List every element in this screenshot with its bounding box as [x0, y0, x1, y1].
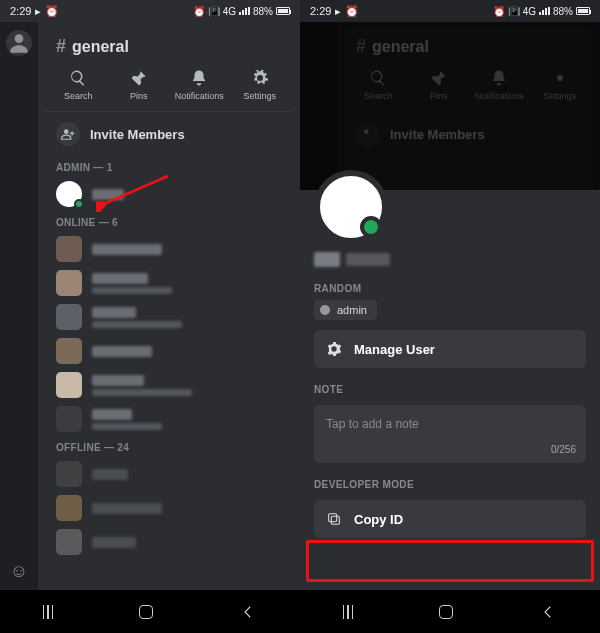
list-item[interactable] — [44, 491, 294, 525]
manage-user-button[interactable]: Manage User — [314, 330, 586, 368]
network-type: 4G — [523, 6, 536, 17]
note-input[interactable]: Tap to add a note 0/256 — [314, 405, 586, 463]
left-screenshot: 2:29 ▸ ⏰ ⏰ 📳 4G 88% ☺ # general — [0, 0, 300, 633]
list-item[interactable] — [44, 334, 294, 368]
online-section-label: ONLINE — 6 — [44, 211, 294, 232]
user-name — [314, 252, 600, 267]
notifications-action[interactable]: Notifications — [169, 69, 230, 101]
home-button[interactable] — [139, 605, 153, 619]
status-bar: 2:29 ▸ ⏰ ⏰ 📳 4G 88% — [0, 0, 300, 22]
copy-id-label: Copy ID — [354, 512, 403, 527]
alarm-icon: ⏰ — [193, 6, 205, 17]
bell-icon — [190, 69, 208, 87]
user-profile-sheet: RANDOM admin Manage User NOTE Tap to add… — [300, 190, 600, 590]
invite-icon — [56, 122, 80, 146]
list-item[interactable] — [44, 232, 294, 266]
manage-user-label: Manage User — [354, 342, 435, 357]
emoji-button[interactable]: ☺ — [10, 561, 28, 582]
hash-icon: # — [56, 36, 66, 57]
role-color-dot — [320, 305, 330, 315]
svg-point-3 — [364, 129, 369, 134]
status-app-icon: ▸ — [35, 5, 41, 18]
list-item[interactable] — [44, 457, 294, 491]
copy-icon — [326, 511, 342, 527]
alarm-icon: ⏰ — [493, 6, 505, 17]
channel-members-panel: # general Search Pins Notifications — [44, 26, 294, 590]
list-item[interactable] — [44, 402, 294, 436]
back-button[interactable] — [239, 603, 257, 621]
status-alarm-icon: ⏰ — [45, 5, 59, 18]
admin-section-label: ADMIN — 1 — [44, 156, 294, 177]
gear-icon — [251, 69, 269, 87]
avatar — [56, 181, 82, 207]
status-time: 2:29 — [10, 5, 31, 17]
network-type: 4G — [223, 6, 236, 17]
note-placeholder: Tap to add a note — [326, 417, 419, 431]
settings-label: Settings — [243, 91, 276, 101]
android-navbar — [0, 590, 300, 633]
android-navbar — [300, 590, 600, 633]
pin-icon — [130, 69, 148, 87]
list-item[interactable] — [44, 300, 294, 334]
recents-button[interactable] — [343, 605, 354, 619]
members-rail-icon[interactable] — [6, 30, 32, 56]
right-screenshot: 2:29 ▸ ⏰ ⏰ 📳 4G 88% #general Search Pins — [300, 0, 600, 633]
status-bar: 2:29 ▸ ⏰ ⏰ 📳 4G 88% — [300, 0, 600, 22]
settings-action[interactable]: Settings — [230, 69, 291, 101]
invite-members-label: Invite Members — [90, 127, 185, 142]
svg-rect-5 — [329, 514, 337, 522]
recents-button[interactable] — [43, 605, 54, 619]
list-item[interactable] — [44, 525, 294, 559]
status-alarm-icon: ⏰ — [345, 5, 359, 18]
battery-icon — [576, 7, 590, 15]
vibrate-icon: 📳 — [208, 6, 220, 17]
battery-pct: 88% — [553, 6, 573, 17]
invite-members-row[interactable]: Invite Members — [44, 112, 294, 156]
user-avatar[interactable] — [314, 170, 388, 244]
roles-section-label: RANDOM — [300, 267, 600, 300]
back-button[interactable] — [539, 603, 557, 621]
channel-header[interactable]: # general — [44, 26, 294, 63]
role-name: admin — [337, 304, 367, 316]
search-icon — [69, 69, 87, 87]
list-item[interactable] — [44, 266, 294, 300]
admin-member-row[interactable] — [44, 177, 294, 211]
svg-rect-4 — [331, 516, 339, 524]
developer-mode-section-label: DEVELOPER MODE — [300, 463, 600, 496]
status-time: 2:29 — [310, 5, 331, 17]
home-button[interactable] — [439, 605, 453, 619]
battery-icon — [276, 7, 290, 15]
user-header — [300, 170, 600, 244]
role-pill-admin[interactable]: admin — [314, 300, 377, 320]
gear-icon — [326, 341, 342, 357]
copy-id-button[interactable]: Copy ID — [314, 500, 586, 538]
signal-icon — [539, 7, 550, 15]
pins-action[interactable]: Pins — [109, 69, 170, 101]
pins-label: Pins — [130, 91, 148, 101]
list-item[interactable] — [44, 368, 294, 402]
note-section-label: NOTE — [300, 368, 600, 401]
svg-point-0 — [15, 34, 24, 43]
vibrate-icon: 📳 — [508, 6, 520, 17]
svg-point-1 — [64, 129, 69, 134]
offline-section-label: OFFLINE — 24 — [44, 436, 294, 457]
signal-icon — [239, 7, 250, 15]
notifications-label: Notifications — [175, 91, 224, 101]
note-counter: 0/256 — [551, 444, 576, 455]
server-rail: ☺ — [0, 22, 38, 590]
search-label: Search — [64, 91, 93, 101]
battery-pct: 88% — [253, 6, 273, 17]
channel-name: general — [72, 38, 129, 56]
search-action[interactable]: Search — [48, 69, 109, 101]
presence-online-icon — [360, 216, 382, 238]
status-app-icon: ▸ — [335, 5, 341, 18]
